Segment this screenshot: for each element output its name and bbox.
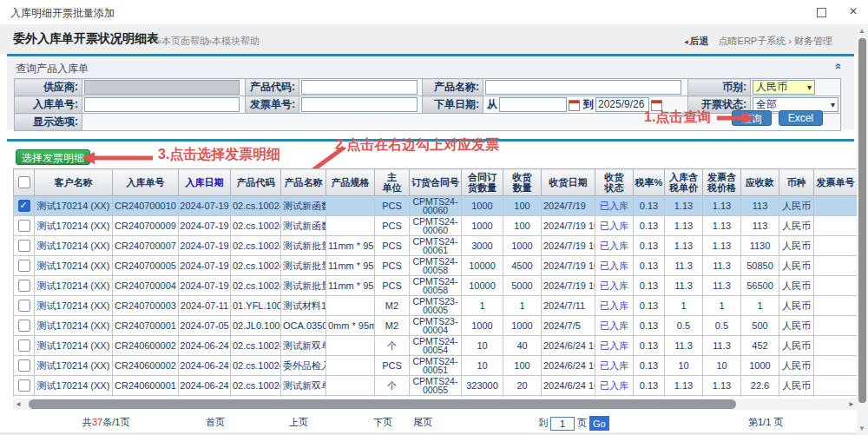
scroll-right-icon[interactable]: ► — [848, 400, 855, 408]
cell-receipt-date: 2024-07-19 — [179, 276, 231, 296]
cell-product-code: 02.cs.100241 — [231, 216, 281, 236]
cell-order-qty: 1000 — [462, 316, 503, 336]
cell-receive-status[interactable]: 已入库 — [595, 336, 634, 356]
product-code-input[interactable] — [301, 80, 418, 95]
product-name-input[interactable] — [485, 80, 681, 95]
select-invoice-details-button[interactable]: 选择发票明细 — [16, 149, 90, 165]
cell-receivable: 452 — [741, 336, 779, 356]
last-page-link[interactable]: 尾页 — [413, 416, 432, 429]
row-checkbox[interactable] — [18, 240, 30, 252]
column-header-receipt-date[interactable]: 入库日期 — [179, 169, 231, 196]
cell-receive-status[interactable]: 已入库 — [595, 236, 634, 256]
cell-currency: 人民币 — [779, 296, 814, 316]
cell-tax-rate: 0.13 — [634, 196, 665, 216]
invoice-no-input[interactable] — [301, 97, 418, 112]
currency-select[interactable]: 人民币▾ — [753, 80, 815, 95]
row-checkbox[interactable] — [18, 280, 30, 292]
column-header-select[interactable] — [14, 169, 35, 196]
column-header-receive-status: 收货 状态 — [595, 169, 634, 196]
horizontal-scrollbar[interactable]: ◄ ► — [13, 399, 857, 410]
cell-unit: PCS — [375, 236, 410, 256]
cell-customer: 测试170214 (XX) — [35, 356, 113, 376]
cell-product-spec — [326, 376, 375, 396]
collapse-icon[interactable]: » — [831, 63, 844, 69]
row-checkbox[interactable] — [18, 260, 30, 272]
table-row: 测试170214 (XX)CR2407000102024-07-1902.cs.… — [14, 196, 858, 216]
page-number-input[interactable] — [550, 417, 575, 431]
cell-receive-status[interactable]: 已入库 — [595, 376, 634, 396]
divider — [7, 54, 854, 56]
date-to-input[interactable] — [595, 97, 649, 112]
cell-received-qty: 40 — [503, 336, 542, 356]
cell-order-qty: 10000 — [462, 256, 503, 276]
cell-product-name: 测试新批量领 — [281, 256, 326, 276]
cell-invoice-no — [814, 296, 858, 316]
scroll-up-icon[interactable]: ▲ — [858, 27, 865, 35]
cell-receive-status[interactable]: 已入库 — [595, 256, 634, 276]
row-checkbox[interactable] — [18, 339, 30, 352]
cell-unit-price: 11.3 — [665, 256, 703, 276]
cell-order-no: CPMTS24-00055 — [410, 376, 462, 396]
row-checkbox[interactable] — [18, 300, 30, 312]
row-checkbox[interactable] — [18, 359, 30, 372]
excel-button[interactable]: Excel — [779, 110, 823, 126]
select-all-checkbox[interactable] — [18, 176, 30, 188]
cell-received-qty: 5000 — [503, 276, 542, 296]
cell-receipt-date: 2024-07-11 — [179, 296, 231, 316]
next-page-link[interactable]: 下页 — [373, 416, 392, 429]
first-page-link[interactable]: 首页 — [206, 416, 225, 429]
cell-customer: 测试170214 (XX) — [35, 316, 113, 336]
module-help-link[interactable]: »本模块帮助 — [207, 35, 260, 48]
cell-order-qty: 1000 — [462, 196, 503, 216]
cell-product-name: 委外入库在途 — [281, 396, 326, 398]
cell-product-name: 委外品检入途 — [281, 356, 326, 376]
cell-receive-status[interactable]: 已入库 — [595, 196, 634, 216]
cell-receive-status[interactable]: 已入库 — [595, 356, 634, 376]
cell-receive-status[interactable]: 已入库 — [595, 296, 634, 316]
cell-receive-status[interactable]: 已入库 — [595, 276, 634, 296]
row-checkbox[interactable] — [18, 320, 30, 332]
scroll-down-icon[interactable]: ▼ — [858, 425, 865, 432]
cell-unit: PCS — [375, 256, 410, 276]
cell-receipt-no: CR240600001 — [113, 376, 179, 396]
cell-order-qty: 10 — [462, 396, 503, 398]
cell-order-no: CPMTS24-00060 — [410, 216, 462, 236]
cell-receive-status[interactable]: 已入库 — [595, 316, 634, 336]
cell-tax-rate: 0.13 — [634, 236, 665, 256]
table-row: 测试170214 (XX)CR2407000032024-07-1101.YFL… — [14, 296, 858, 316]
row-checkbox[interactable] — [18, 220, 30, 232]
calendar-icon[interactable] — [569, 100, 580, 111]
row-checkbox[interactable] — [18, 200, 30, 212]
cell-receive-status[interactable]: 已入库 — [595, 396, 634, 398]
date-from-input[interactable] — [499, 97, 567, 112]
close-icon[interactable]: ✕ — [849, 5, 858, 17]
go-button[interactable]: Go — [589, 416, 609, 431]
vertical-scrollbar-thumb[interactable] — [858, 38, 866, 403]
cell-receive-status[interactable]: 已入库 — [595, 216, 634, 236]
cell-invoice-price: 11.3 — [703, 336, 741, 356]
prev-page-link[interactable]: 上页 — [289, 416, 308, 429]
receipt-no-input[interactable] — [84, 97, 240, 112]
back-link[interactable]: ◄后退 — [683, 36, 709, 46]
cell-receivable: 50850 — [741, 256, 779, 276]
row-checkbox[interactable] — [18, 379, 30, 392]
column-header-customer: 客户名称 — [35, 169, 113, 196]
breadcrumb: ◄后退 点晴ERP子系统 › 财务管理 — [683, 35, 832, 48]
horizontal-scrollbar-thumb[interactable] — [29, 399, 736, 409]
page-help-link[interactable]: »本页面帮助 — [156, 35, 209, 48]
cell-tax-rate: 0.13 — [634, 216, 665, 236]
cell-received-qty: 20 — [503, 376, 542, 396]
breadcrumb-section[interactable]: 财务管理 — [794, 36, 832, 46]
vertical-scrollbar[interactable]: ▲ ▼ — [857, 24, 868, 435]
cell-order-no: CPMTS24-00054 — [410, 336, 462, 356]
cell-invoice-price: 1.13 — [703, 236, 741, 256]
back-arrow-icon: ◄ — [683, 38, 690, 46]
cell-received-date: 2024/5/27 8: — [542, 396, 595, 398]
scroll-left-icon[interactable]: ◄ — [15, 400, 22, 408]
breadcrumb-system[interactable]: 点晴ERP子系统 — [719, 36, 786, 46]
supplier-label: 供应商: — [15, 79, 82, 96]
cell-received-date: 2024/6/24 16 — [542, 336, 595, 356]
maximize-icon[interactable] — [817, 8, 826, 17]
pagination-bar: 共37条/1页 首页 上页 下页 尾页 到 页 Go 第1/1 页 — [13, 413, 857, 432]
cell-currency: 人民币 — [779, 196, 814, 216]
